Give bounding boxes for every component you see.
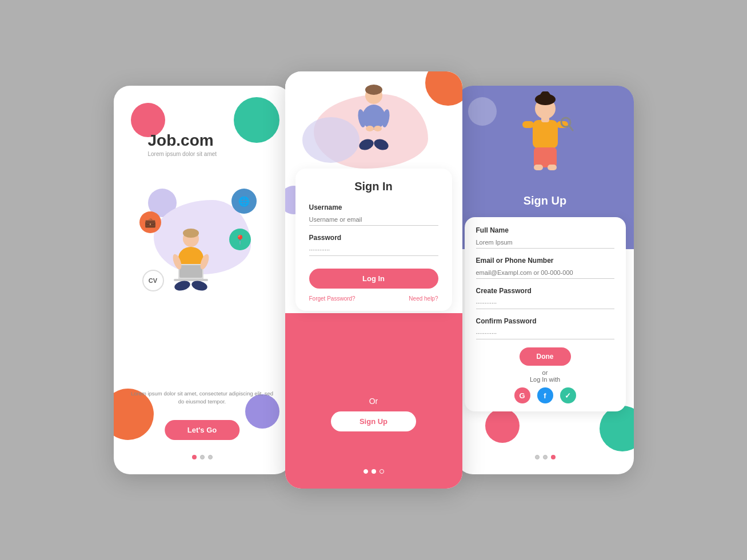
signin-title: Sign In <box>309 180 438 193</box>
email-phone-label: Email or Phone Number <box>476 257 614 265</box>
signup-button[interactable]: Sign Up <box>331 411 416 431</box>
forget-password-link[interactable]: Forget Password? <box>309 295 355 302</box>
confirm-password-input[interactable] <box>476 327 614 339</box>
fullname-label: Full Name <box>476 226 614 234</box>
signup-title: Sign Up <box>457 194 634 207</box>
logo-job: Job. <box>148 131 181 149</box>
fullname-field: Full Name <box>476 226 614 249</box>
username-field: Username <box>309 203 438 226</box>
dot-s3-2 <box>543 455 548 459</box>
svg-point-6 <box>173 279 191 293</box>
create-password-label: Create Password <box>476 287 614 295</box>
fullname-input[interactable] <box>476 237 614 249</box>
globe-icon: 🌐 <box>231 189 257 214</box>
pagination-dots <box>192 455 213 459</box>
svg-point-11 <box>365 85 382 95</box>
log-in-with-text: Log In with <box>530 376 560 383</box>
svg-point-16 <box>374 126 382 131</box>
dot-s2-3 <box>380 469 384 474</box>
svg-rect-5 <box>174 279 208 281</box>
svg-rect-29 <box>548 165 557 170</box>
person-illustration-s2 <box>348 83 400 159</box>
svg-point-15 <box>366 126 374 131</box>
pagination-dots-s3 <box>535 455 556 459</box>
logo: Job.com Lorem ipsum dolor sit amet <box>148 131 217 157</box>
logo-com: com <box>181 131 214 149</box>
or-text-s3: or <box>542 369 548 376</box>
password-input[interactable] <box>309 244 438 256</box>
svg-point-17 <box>357 137 375 152</box>
dot-s3-3 <box>551 455 556 459</box>
social-icon-other[interactable]: ✓ <box>560 387 576 403</box>
dot-3 <box>208 455 213 459</box>
username-label: Username <box>309 203 438 211</box>
decorative-circle-s3-pink <box>485 409 520 443</box>
pagination-dots-s2 <box>363 469 384 474</box>
lets-go-button[interactable]: Let's Go <box>165 420 240 440</box>
dot-1 <box>192 455 197 459</box>
svg-rect-30 <box>541 117 549 122</box>
body-text: Lorem ipsum dolor sit amet, consectetur … <box>131 390 274 406</box>
confirm-password-label: Confirm Password <box>476 317 614 325</box>
screen-1: Job.com Lorem ipsum dolor sit amet 🌐 💼 📍… <box>114 86 291 474</box>
email-phone-field: Email or Phone Number <box>476 257 614 279</box>
svg-rect-28 <box>534 165 543 170</box>
or-section: Or Sign Up <box>285 397 462 431</box>
svg-rect-23 <box>522 121 534 128</box>
svg-rect-27 <box>534 147 557 167</box>
pin-icon: 📍 <box>229 229 251 250</box>
screen1-illustration: 🌐 💼 📍 CV <box>131 177 274 303</box>
create-password-field: Create Password <box>476 287 614 309</box>
need-help-link[interactable]: Need help? <box>409 295 438 302</box>
screen-2: Sign In Username Password Log In Forget … <box>285 71 462 489</box>
decorative-circle-s3-tl <box>468 97 497 126</box>
or-login-section: or Log In with <box>476 369 614 383</box>
logo-text: Job.com <box>148 131 217 150</box>
dot-2 <box>200 455 205 459</box>
password-label: Password <box>309 234 438 242</box>
cv-icon: CV <box>142 270 164 291</box>
signin-links: Forget Password? Need help? <box>309 295 438 302</box>
username-input[interactable] <box>309 214 438 226</box>
bag-icon: 💼 <box>139 211 161 233</box>
svg-point-1 <box>183 229 199 238</box>
dot-s2-2 <box>371 469 376 474</box>
dot-s3-1 <box>535 455 540 459</box>
svg-line-26 <box>569 126 573 130</box>
svg-point-7 <box>190 279 208 293</box>
person-illustration-s3 <box>517 91 574 183</box>
password-field: Password <box>309 234 438 256</box>
svg-point-18 <box>372 137 390 152</box>
screen3-inner: Sign Up Full Name Email or Phone Number … <box>457 86 634 474</box>
or-text: Or <box>285 397 462 406</box>
create-password-input[interactable] <box>476 297 614 309</box>
svg-point-12 <box>362 105 385 130</box>
social-icons: G f ✓ <box>476 387 614 403</box>
logo-tagline: Lorem ipsum dolor sit amet <box>148 151 217 157</box>
confirm-password-field: Confirm Password <box>476 317 614 339</box>
person-illustration <box>162 229 219 297</box>
social-icon-google[interactable]: G <box>514 387 530 403</box>
social-icon-facebook[interactable]: f <box>537 387 553 403</box>
decorative-circle-top-right <box>234 97 279 143</box>
done-button[interactable]: Done <box>520 347 571 366</box>
email-phone-input[interactable] <box>476 267 614 279</box>
screens-container: Job.com Lorem ipsum dolor sit amet 🌐 💼 📍… <box>114 71 634 489</box>
dot-s2-1 <box>363 469 368 474</box>
signin-form-card: Sign In Username Password Log In Forget … <box>295 169 452 311</box>
signup-form-card: Full Name Email or Phone Number Create P… <box>465 217 626 411</box>
login-button[interactable]: Log In <box>309 269 438 289</box>
svg-rect-22 <box>533 120 558 149</box>
screen-3: Sign Up Full Name Email or Phone Number … <box>457 86 634 474</box>
svg-rect-4 <box>179 265 202 278</box>
